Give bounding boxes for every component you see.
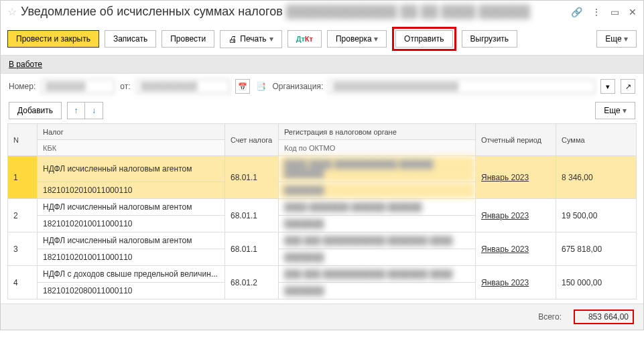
post-and-close-button[interactable]: Провести и закрыть bbox=[7, 30, 99, 48]
cell-kbk: 18210102080011000110 bbox=[38, 283, 225, 299]
kt-icon: Кт bbox=[305, 35, 313, 43]
dt-icon: Дт bbox=[296, 35, 305, 43]
calendar-button[interactable]: 📅 bbox=[235, 79, 250, 94]
table-row[interactable]: 1 НДФЛ исчисленный налоговым агентом 68.… bbox=[8, 156, 637, 182]
cell-kbk: 18210102010011000110 bbox=[38, 216, 225, 232]
org-open-button[interactable]: ↗ bbox=[621, 79, 635, 94]
send-button[interactable]: Отправить bbox=[395, 30, 453, 48]
export-button[interactable]: Выгрузить bbox=[462, 30, 518, 48]
cell-acc: 68.01.1 bbox=[225, 156, 279, 199]
printer-icon bbox=[229, 34, 237, 44]
date-input[interactable] bbox=[136, 79, 230, 94]
table-row[interactable]: 3 НДФЛ исчисленный налоговым агентом 68.… bbox=[8, 232, 637, 249]
cell-n: 4 bbox=[8, 266, 38, 299]
from-label: от: bbox=[120, 82, 130, 91]
table-row[interactable]: 2 НДФЛ исчисленный налоговым агентом 68.… bbox=[8, 199, 637, 216]
post-button[interactable]: Провести bbox=[162, 30, 214, 48]
total-label: Всего: bbox=[538, 312, 562, 322]
cell-tax: НДФЛ исчисленный налоговым агентом bbox=[38, 156, 225, 182]
cell-oktmo: ███████ bbox=[279, 249, 476, 266]
cell-sum: 150 000,00 bbox=[556, 266, 637, 299]
table-more-button[interactable]: Еще bbox=[595, 102, 635, 119]
cell-n: 2 bbox=[8, 199, 38, 232]
org-select-button[interactable]: ▾ bbox=[600, 79, 615, 94]
calendar-icon: 📅 bbox=[238, 82, 247, 90]
col-period: Отчетный период bbox=[476, 124, 556, 156]
cell-n: 1 bbox=[8, 156, 38, 199]
number-label: Номер: bbox=[9, 82, 36, 91]
maximize-icon[interactable]: ▭ bbox=[610, 7, 619, 17]
dt-kt-button[interactable]: ДтКт bbox=[287, 30, 322, 48]
cell-kbk: 18210102010011000110 bbox=[38, 182, 225, 199]
cell-sum: 8 346,00 bbox=[556, 156, 637, 199]
cell-period[interactable]: Январь 2023 bbox=[476, 156, 556, 199]
title-redacted: █████████████ ██ ██ ████ ██████ bbox=[286, 5, 530, 18]
table-row[interactable]: 4 НДФЛ с доходов свыше предельной величи… bbox=[8, 266, 637, 283]
cell-tax: НДФЛ исчисленный налоговым агентом bbox=[38, 199, 225, 216]
col-sum: Сумма bbox=[556, 124, 637, 156]
col-oktmo: Код по ОКТМО bbox=[279, 140, 476, 156]
favorite-star-icon[interactable]: ☆ bbox=[7, 5, 17, 18]
cell-kbk: 18210102010011000110 bbox=[38, 249, 225, 266]
cell-period[interactable]: Январь 2023 bbox=[476, 266, 556, 299]
page-title: Уведомление об исчисленных суммах налого… bbox=[21, 5, 571, 19]
col-reg: Регистрация в налоговом органе bbox=[279, 124, 476, 140]
number-input[interactable] bbox=[41, 79, 115, 94]
menu-icon[interactable]: ⋮ bbox=[592, 7, 601, 17]
cell-oktmo: ███████ bbox=[279, 216, 476, 232]
move-up-button[interactable]: ↑ bbox=[68, 102, 85, 119]
add-button[interactable]: Добавить bbox=[9, 102, 62, 119]
move-down-button[interactable]: ↓ bbox=[85, 102, 103, 119]
link-icon[interactable]: 🔗 bbox=[571, 7, 582, 17]
print-button[interactable]: Печать bbox=[220, 30, 281, 48]
org-input[interactable] bbox=[328, 79, 595, 94]
cell-sum: 675 818,00 bbox=[556, 232, 637, 266]
cell-sum: 19 500,00 bbox=[556, 199, 637, 232]
cell-tax: НДФЛ исчисленный налоговым агентом bbox=[38, 232, 225, 249]
cell-reg: ███ ███ ███████████ ███████ ████ bbox=[279, 232, 476, 249]
col-tax: Налог bbox=[38, 124, 225, 140]
col-acc: Счет налога bbox=[225, 124, 279, 156]
col-n: N bbox=[8, 124, 38, 156]
status-link[interactable]: В работе bbox=[9, 60, 42, 69]
total-value: 853 664,00 bbox=[574, 310, 634, 324]
cell-reg: ████ ████ ███████████ ██████ ███████ bbox=[279, 156, 476, 182]
bookmark-icon[interactable]: 📑 bbox=[255, 80, 267, 92]
col-kbk: КБК bbox=[38, 140, 225, 156]
save-button[interactable]: Записать bbox=[105, 30, 156, 48]
cell-reg: ████ ███████ ██████ ██████ bbox=[279, 199, 476, 216]
cell-reg: ███ ███ ███████████ ███████ ████ bbox=[279, 266, 476, 283]
tax-table[interactable]: N Налог Счет налога Регистрация в налого… bbox=[7, 123, 637, 299]
cell-period[interactable]: Январь 2023 bbox=[476, 199, 556, 232]
cell-tax: НДФЛ с доходов свыше предельной величин.… bbox=[38, 266, 225, 283]
cell-oktmo: ███████ bbox=[279, 283, 476, 299]
cell-oktmo: ███████ bbox=[279, 182, 476, 199]
cell-period[interactable]: Январь 2023 bbox=[476, 232, 556, 266]
highlight-send: Отправить bbox=[392, 27, 456, 51]
check-button[interactable]: Проверка bbox=[327, 30, 387, 48]
org-label: Организация: bbox=[273, 82, 324, 91]
cell-n: 3 bbox=[8, 232, 38, 266]
cell-acc: 68.01.2 bbox=[225, 266, 279, 299]
more-button[interactable]: Еще bbox=[596, 30, 637, 48]
cell-acc: 68.01.1 bbox=[225, 199, 279, 232]
cell-acc: 68.01.1 bbox=[225, 232, 279, 266]
close-icon[interactable]: ✕ bbox=[629, 7, 637, 17]
